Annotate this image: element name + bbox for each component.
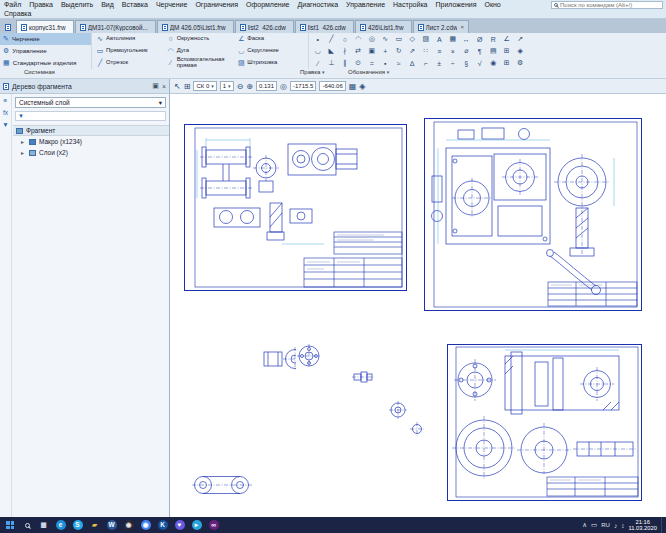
tree-item-macro[interactable]: ▸ Макро (x1234) — [13, 136, 169, 147]
options-icon[interactable]: ⚙ — [514, 58, 528, 69]
arc-icon[interactable]: ◠ — [352, 34, 366, 45]
coordinate-system-select[interactable]: СК 0▾ — [193, 81, 216, 91]
current-layer-select[interactable]: Системный слой ▾ — [15, 97, 166, 108]
divide-icon[interactable]: ÷ — [446, 58, 460, 69]
vs-icon[interactable]: ∞ — [205, 517, 222, 533]
start-button[interactable] — [0, 517, 20, 533]
show-desktop-button[interactable] — [661, 517, 665, 533]
grid-icon[interactable]: ⊞ — [500, 58, 514, 69]
drawing-canvas[interactable] — [170, 94, 666, 517]
zoom-scale-field[interactable]: 0.131 — [256, 81, 277, 91]
rectangle-icon[interactable]: ▭ — [392, 34, 406, 45]
tool-circle[interactable]: ○ Окружность — [165, 33, 236, 45]
obs-icon[interactable]: ◉ — [120, 517, 137, 533]
chevron-right-icon[interactable]: ▸ — [21, 149, 26, 156]
circle-icon[interactable]: ○ — [338, 34, 352, 45]
array-icon[interactable]: ∷ — [419, 46, 433, 57]
tool-chamfer[interactable]: ∠ Фаска — [235, 33, 306, 45]
dim-angle-icon[interactable]: ∠ — [500, 34, 514, 45]
tool-fillet[interactable]: ◡ Скругление — [235, 45, 306, 57]
volume-icon[interactable]: ♪ — [614, 522, 617, 529]
taskbar-search-button[interactable] — [20, 523, 35, 528]
rotate-icon[interactable]: ↻ — [392, 46, 406, 57]
segment-icon[interactable]: ╱ — [325, 34, 339, 45]
kompas-icon[interactable]: K — [154, 517, 171, 533]
text-icon[interactable]: A — [433, 34, 447, 45]
command-search-input[interactable] — [560, 2, 660, 9]
hatch-icon[interactable]: ▨ — [419, 34, 433, 45]
ortho-mode-icon[interactable]: ◈ — [359, 82, 365, 91]
group-system[interactable]: Системная — [24, 69, 55, 75]
tool-rectangle[interactable]: ▭ Прямоугольник — [94, 45, 165, 57]
menu-applications[interactable]: Приложения — [432, 0, 481, 10]
tree-root-fragment[interactable]: Фрагмент — [13, 125, 169, 136]
menu-window[interactable]: Окно — [480, 0, 504, 10]
zoom-out-icon[interactable]: ⊖ — [237, 82, 244, 91]
menu-drafting[interactable]: Черчение — [152, 0, 192, 10]
menu-annotation[interactable]: Оформление — [242, 0, 293, 10]
menu-management[interactable]: Управление — [342, 0, 389, 10]
line-style-select[interactable]: 1▾ — [220, 81, 234, 91]
command-search[interactable] — [551, 1, 663, 9]
menu-select[interactable]: Выделить — [57, 0, 97, 10]
pin-panel-icon[interactable]: ▣ — [152, 82, 159, 90]
aux-line-icon[interactable]: ∕ — [311, 58, 325, 69]
collinear-icon[interactable]: ≈ — [392, 58, 406, 69]
language-indicator[interactable]: RU — [601, 522, 610, 528]
filter-icon[interactable]: ▼ — [2, 121, 8, 128]
menu-diagnostics[interactable]: Диагностика — [294, 0, 343, 10]
datum-icon[interactable]: ∆ — [406, 58, 420, 69]
point-icon[interactable]: • — [311, 34, 325, 45]
parameters-table-icon[interactable]: ▦ — [349, 82, 357, 91]
scale-icon[interactable]: ⇗ — [406, 46, 420, 57]
menu-help[interactable]: Справка — [0, 9, 35, 19]
snap-grid-icon[interactable]: ⊞ — [184, 82, 191, 91]
perpendicular-icon[interactable]: ⊥ — [325, 58, 339, 69]
telegram-icon[interactable]: ▸ — [188, 517, 205, 533]
chevron-right-icon[interactable]: ▸ — [21, 138, 26, 145]
drawing-sheet-assembly-1[interactable] — [184, 124, 407, 291]
tray-chevron-icon[interactable]: ∧ — [582, 521, 587, 529]
equality-icon[interactable]: = — [365, 58, 379, 69]
task-view-icon[interactable]: ▦ — [35, 517, 52, 533]
axis-icon[interactable]: ⌐ — [419, 58, 433, 69]
notification-icon[interactable]: ▭ — [591, 521, 597, 529]
part-sketch-washer[interactable] — [388, 400, 408, 420]
tab-dm426-list1[interactable]: ДМ 426.05\List1.frw — [157, 20, 234, 33]
tool-autoline[interactable]: ∿ Автолиния — [94, 33, 165, 45]
explorer-folder-icon[interactable]: ▰ — [86, 517, 103, 533]
dim-radius-icon[interactable]: R — [487, 34, 501, 45]
leader-icon[interactable]: ↗ — [514, 34, 528, 45]
ribbon-tab-management[interactable]: ⚙ Управление — [0, 45, 91, 57]
tab-close-icon[interactable]: × — [459, 24, 464, 30]
tab-426-list1[interactable]: 426\List1.frw — [355, 20, 412, 33]
tab-korpus31[interactable]: корпус31.frw — [16, 20, 74, 33]
copy-icon[interactable]: ▣ — [365, 46, 379, 57]
tab-list2[interactable]: Лист 2.cdw × — [413, 20, 469, 33]
menu-settings[interactable]: Настройка — [389, 0, 431, 10]
fx-icon[interactable]: fx — [3, 109, 8, 116]
list-icon[interactable]: ≡ — [4, 97, 8, 104]
cursor-x-field[interactable]: -1715.5 — [290, 81, 316, 91]
skype-icon[interactable]: S — [69, 517, 86, 533]
tree-item-layers[interactable]: ▸ Слои (x2) — [13, 147, 169, 158]
menu-view[interactable]: Вид — [97, 0, 118, 10]
trim-icon[interactable]: ∤ — [338, 46, 352, 57]
part-sketch-link[interactable] — [192, 472, 252, 498]
measure-icon[interactable]: ⌀ — [460, 46, 474, 57]
tab-dm31-07[interactable]: ДМ31-07(Курсовой... — [75, 20, 156, 33]
tangent-icon[interactable]: ⊙ — [352, 58, 366, 69]
part-sketch-flange[interactable] — [296, 343, 322, 369]
chamfer-icon[interactable]: ◣ — [325, 46, 339, 57]
tab-list1-426[interactable]: list1_426.cdw — [295, 20, 354, 33]
macro-icon[interactable]: ◈ — [514, 46, 528, 57]
menu-insert[interactable]: Вставка — [118, 0, 152, 10]
ribbon-tab-drafting[interactable]: ✎ Черчение — [0, 33, 91, 45]
word-icon[interactable]: W — [103, 517, 120, 533]
layers-icon[interactable]: ▤ — [487, 46, 501, 57]
part-sketch-pin[interactable] — [352, 366, 374, 386]
part-sketch-ring[interactable] — [410, 422, 424, 436]
chrome-icon[interactable]: ◉ — [137, 517, 154, 533]
taskbar-clock[interactable]: 21:16 11.03.2020 — [628, 519, 657, 532]
section-icon[interactable]: § — [460, 58, 474, 69]
